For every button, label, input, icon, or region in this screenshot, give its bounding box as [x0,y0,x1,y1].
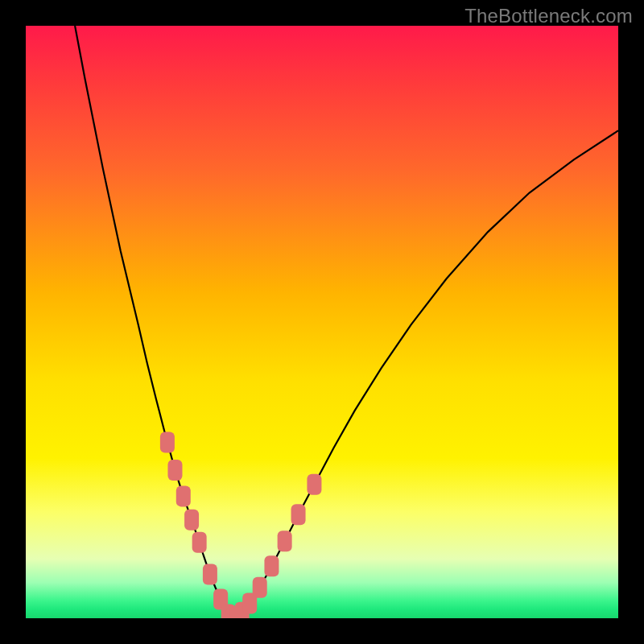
marker-group [160,431,322,618]
plot-svg [26,26,618,618]
plot-area [26,26,618,618]
bottleneck-curve [75,26,618,618]
curve-marker [184,510,199,530]
curve-marker [160,431,175,452]
stage: TheBottleneck.com [0,0,644,644]
curve-marker [192,532,207,553]
watermark-text: TheBottleneck.com [464,5,633,27]
curve-marker [253,577,267,598]
curve-marker [278,530,292,551]
curve-marker [203,564,217,585]
curve-marker [176,485,191,506]
curve-marker [264,555,279,576]
curve-marker [307,474,321,495]
curve-marker [167,460,182,481]
curve-marker [291,504,306,525]
